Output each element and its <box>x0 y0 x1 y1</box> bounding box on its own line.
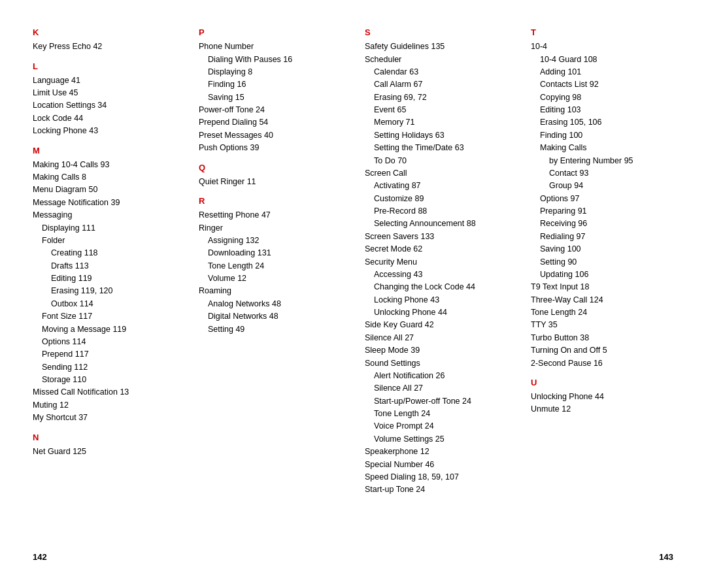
index-entry: Assigning 132 <box>199 235 341 247</box>
index-entry: Updating 106 <box>531 269 673 281</box>
section-letter-P: P <box>199 26 341 39</box>
index-entry: Scheduler <box>365 54 507 66</box>
index-entry: Start-up Tone 24 <box>365 483 507 496</box>
index-entry: Voice Prompt 24 <box>365 420 507 433</box>
index-entry: 10-4 <box>531 41 673 53</box>
index-entry: Locking Phone 43 <box>33 125 175 137</box>
index-entry: Downloading 131 <box>199 247 341 259</box>
index-entry: Tone Length 24 <box>199 260 341 272</box>
index-entry: Group 94 <box>531 180 673 192</box>
index-entry: Side Key Guard 42 <box>365 319 507 331</box>
column-3: SSafety Guidelines 135SchedulerCalendar … <box>353 26 519 546</box>
index-entry: Contact 93 <box>531 167 673 180</box>
index-entry: Event 65 <box>365 104 507 116</box>
index-entry: Memory 71 <box>365 116 507 129</box>
index-entry: Outbox 114 <box>33 298 175 310</box>
index-entry: 10-4 Guard 108 <box>531 54 673 66</box>
index-entry: Sending 112 <box>33 361 175 374</box>
index-entry: Font Size 117 <box>33 310 175 323</box>
index-entry: Alert Notification 26 <box>365 370 507 382</box>
index-entry: Sound Settings <box>365 357 507 370</box>
section-letter-N: N <box>33 431 175 444</box>
index-entry: Drafts 113 <box>33 260 175 272</box>
index-entry: Accessing 43 <box>365 269 507 281</box>
index-entry: by Entering Number 95 <box>531 155 673 167</box>
index-entry: Setting 49 <box>199 323 341 336</box>
index-entry: Lock Code 44 <box>33 112 175 125</box>
index-entry: Speed Dialing 18, 59, 107 <box>365 471 507 483</box>
index-entry: Silence All 27 <box>365 332 507 344</box>
index-entry: Power-off Tone 24 <box>199 104 341 116</box>
index-entry: Preset Messages 40 <box>199 129 341 142</box>
index-entry: Locking Phone 43 <box>365 294 507 306</box>
index-entry: Saving 100 <box>531 243 673 255</box>
index-entry: Turning On and Off 5 <box>531 344 673 357</box>
index-entry: Security Menu <box>365 256 507 269</box>
index-entry: Location Settings 34 <box>33 99 175 112</box>
index-entry: Pre-Record 88 <box>365 205 507 218</box>
section-letter-K: K <box>33 26 175 39</box>
index-entry: Receiving 96 <box>531 218 673 230</box>
index-entry: Language 41 <box>33 74 175 87</box>
index-entry: Quiet Ringer 11 <box>199 176 341 188</box>
index-entry: Push Options 39 <box>199 142 341 154</box>
index-entry: Displaying 8 <box>199 66 341 78</box>
section-letter-L: L <box>33 60 175 73</box>
section-letter-R: R <box>199 195 341 208</box>
index-columns: KKey Press Echo 42LLanguage 41Limit Use … <box>33 26 673 546</box>
index-entry: Saving 15 <box>199 91 341 104</box>
index-entry: Moving a Message 119 <box>33 323 175 336</box>
index-entry: Prepend Dialing 54 <box>199 116 341 129</box>
index-entry: Special Number 46 <box>365 459 507 471</box>
index-entry: Silence All 27 <box>365 382 507 395</box>
index-entry: Digital Networks 48 <box>199 310 341 323</box>
index-entry: Editing 103 <box>531 104 673 116</box>
page-footer: 142 143 <box>33 546 673 562</box>
index-entry: Roaming <box>199 285 341 297</box>
index-entry: Unlocking Phone 44 <box>531 391 673 403</box>
index-entry: Menu Diagram 50 <box>33 184 175 196</box>
index-entry: Adding 101 <box>531 66 673 78</box>
index-entry: Finding 100 <box>531 129 673 142</box>
index-entry: Making Calls <box>531 142 673 154</box>
index-entry: Selecting Announcement 88 <box>365 218 507 230</box>
column-1: KKey Press Echo 42LLanguage 41Limit Use … <box>33 26 187 546</box>
index-entry: To Do 70 <box>365 155 507 167</box>
index-entry: Dialing With Pauses 16 <box>199 54 341 66</box>
index-entry: Changing the Lock Code 44 <box>365 281 507 293</box>
index-entry: Editing 119 <box>33 272 175 285</box>
section-letter-M: M <box>33 144 175 157</box>
index-entry: Analog Networks 48 <box>199 298 341 310</box>
index-entry: Activating 87 <box>365 180 507 192</box>
index-entry: Calendar 63 <box>365 66 507 78</box>
column-4: T10-410-4 Guard 108Adding 101Contacts Li… <box>519 26 673 546</box>
index-entry: Finding 16 <box>199 78 341 91</box>
index-entry: 2-Second Pause 16 <box>531 357 673 370</box>
index-entry: Ringer <box>199 222 341 235</box>
index-entry: Start-up/Power-off Tone 24 <box>365 395 507 408</box>
index-entry: Creating 118 <box>33 247 175 259</box>
index-entry: Safety Guidelines 135 <box>365 41 507 53</box>
index-entry: Turbo Button 38 <box>531 332 673 344</box>
index-entry: Screen Call <box>365 167 507 180</box>
index-entry: Displaying 111 <box>33 222 175 235</box>
index-entry: Folder <box>33 235 175 247</box>
index-entry: Setting 90 <box>531 256 673 269</box>
index-entry: Muting 12 <box>33 399 175 412</box>
index-entry: Call Alarm 67 <box>365 78 507 91</box>
index-entry: TTY 35 <box>531 319 673 331</box>
index-entry: Resetting Phone 47 <box>199 209 341 221</box>
section-letter-S: S <box>365 26 507 39</box>
index-entry: Tone Length 24 <box>365 408 507 420</box>
index-entry: Erasing 105, 106 <box>531 116 673 129</box>
index-entry: Setting Holidays 63 <box>365 129 507 142</box>
index-entry: Contacts List 92 <box>531 78 673 91</box>
index-entry: Setting the Time/Date 63 <box>365 142 507 154</box>
index-entry: Messaging <box>33 209 175 221</box>
index-entry: Prepend 117 <box>33 348 175 361</box>
section-letter-T: T <box>531 26 673 39</box>
index-entry: Erasing 69, 72 <box>365 91 507 104</box>
index-entry: Volume Settings 25 <box>365 433 507 446</box>
index-entry: Volume 12 <box>199 272 341 285</box>
section-letter-U: U <box>531 376 673 389</box>
